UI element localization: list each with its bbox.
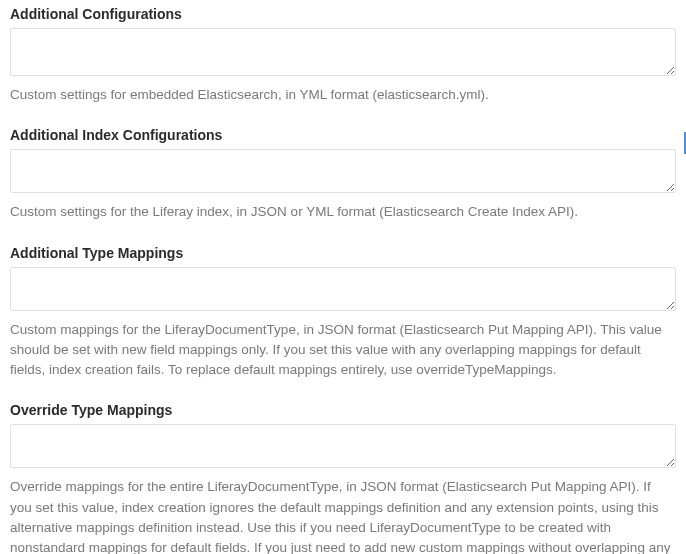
- textarea-additional-type-mappings[interactable]: [10, 267, 676, 311]
- field-additional-index-configurations: Additional Index Configurations Custom s…: [10, 127, 676, 222]
- label-additional-configurations: Additional Configurations: [10, 6, 676, 22]
- help-additional-index-configurations: Custom settings for the Liferay index, i…: [10, 202, 676, 222]
- field-override-type-mappings: Override Type Mappings Override mappings…: [10, 402, 676, 554]
- label-additional-type-mappings: Additional Type Mappings: [10, 245, 676, 261]
- field-additional-configurations: Additional Configurations Custom setting…: [10, 6, 676, 105]
- help-additional-configurations: Custom settings for embedded Elasticsear…: [10, 85, 676, 105]
- help-additional-type-mappings: Custom mappings for the LiferayDocumentT…: [10, 320, 676, 381]
- textarea-additional-index-configurations[interactable]: [10, 149, 676, 193]
- label-override-type-mappings: Override Type Mappings: [10, 402, 676, 418]
- textarea-additional-configurations[interactable]: [10, 28, 676, 76]
- field-additional-type-mappings: Additional Type Mappings Custom mappings…: [10, 245, 676, 381]
- help-override-type-mappings: Override mappings for the entire Liferay…: [10, 477, 676, 554]
- textarea-override-type-mappings[interactable]: [10, 424, 676, 468]
- label-additional-index-configurations: Additional Index Configurations: [10, 127, 676, 143]
